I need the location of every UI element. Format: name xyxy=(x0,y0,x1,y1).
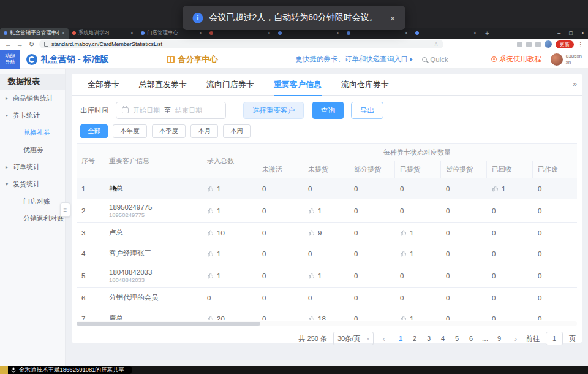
logo-icon xyxy=(26,54,37,65)
sidebar-item[interactable]: 优惠券 xyxy=(0,141,65,158)
page-button[interactable]: 1 xyxy=(394,332,407,345)
sidebar-item[interactable]: ▸商品销售统计 xyxy=(0,90,65,107)
cell-customer: 客户经理张三 xyxy=(104,249,202,258)
tab-close-icon[interactable]: × xyxy=(405,30,408,36)
count-value: 1 xyxy=(410,315,413,321)
page-button[interactable]: 2 xyxy=(409,332,421,345)
cell-count: 0 xyxy=(349,207,395,215)
table-row[interactable]: 1韩总10000010 xyxy=(77,178,577,199)
minimize-button[interactable]: – xyxy=(557,30,560,36)
goto-page-input[interactable] xyxy=(546,332,563,345)
count-value: 0 xyxy=(538,315,541,321)
forward-icon[interactable]: → xyxy=(16,40,24,48)
filter-row: 出库时间 开始日期 至 结束日期 选择重要客户 查询 导出 xyxy=(72,96,582,123)
quick-filter-chip[interactable]: 本周 xyxy=(223,124,251,138)
quick-filter-chip[interactable]: 本季度 xyxy=(152,124,186,138)
content-tab[interactable]: 全部券卡 xyxy=(78,74,129,96)
export-button[interactable]: 导出 xyxy=(351,102,383,119)
date-range-picker[interactable]: 开始日期 至 结束日期 xyxy=(116,102,226,119)
quick-entry-link[interactable]: 更快捷的券卡、订单和快递查询入口 xyxy=(295,55,413,64)
table-row[interactable]: 2189502497751895024977510100000 xyxy=(77,199,577,223)
page-button[interactable]: 3 xyxy=(423,332,435,345)
calendar-icon xyxy=(122,107,129,113)
cell-count: 1 xyxy=(202,185,257,193)
browser-update-button[interactable]: 更新 xyxy=(556,40,574,48)
page-button[interactable]: 5 xyxy=(451,332,463,345)
scrollbar-thumb[interactable] xyxy=(77,322,260,326)
count-value: 0 xyxy=(262,250,266,258)
select-customer-button[interactable]: 选择重要客户 xyxy=(243,102,304,119)
page-size-select[interactable]: 30条/页 ▾ xyxy=(333,332,374,345)
maximize-button[interactable]: □ xyxy=(569,30,572,36)
page-button[interactable]: … xyxy=(479,332,491,345)
cell-count: 1 xyxy=(202,272,257,280)
page-button[interactable]: 9 xyxy=(493,332,505,345)
tab-close-icon[interactable]: × xyxy=(199,30,202,36)
sidebar-item[interactable]: 分销返利对账 xyxy=(0,210,65,227)
cell-count: 0 xyxy=(533,315,577,321)
content-tab[interactable]: 流向门店券卡 xyxy=(197,74,264,96)
table-header: 序号 重要客户信息 录入总数 每种券卡状态对应数量 未激活未提货部分提货已提货暂… xyxy=(77,143,577,178)
quick-search[interactable]: Quick xyxy=(422,56,448,63)
tab-close-icon[interactable]: × xyxy=(473,30,477,36)
collapse-panel-icon[interactable]: » xyxy=(573,79,577,88)
extension-icon[interactable] xyxy=(517,42,522,47)
query-button[interactable]: 查询 xyxy=(312,102,344,119)
next-page-icon[interactable]: › xyxy=(511,334,520,343)
date-filter-label: 出库时间 xyxy=(80,106,108,115)
card-count-icon xyxy=(308,272,315,280)
table-row[interactable]: 7唐总2001801000 xyxy=(77,308,577,320)
tab-close-icon[interactable]: × xyxy=(62,30,65,36)
table-row[interactable]: 4客户经理张三10001000 xyxy=(77,243,577,264)
quick-filter-chip[interactable]: 本年度 xyxy=(113,124,147,138)
browser-profile-avatar[interactable] xyxy=(545,40,552,48)
toast-close-icon[interactable]: × xyxy=(390,13,396,23)
caret-icon: ▾ xyxy=(6,181,10,187)
table-row[interactable]: 5180488420331804884203310100000 xyxy=(77,264,577,288)
sidebar-collapse-handle[interactable]: ≡ xyxy=(60,202,70,217)
user-chip[interactable]: 8385xh xh xyxy=(551,53,582,66)
content-tab[interactable]: 流向仓库券卡 xyxy=(331,74,399,96)
sidebar-item[interactable]: ▸订单统计 xyxy=(0,158,65,175)
function-nav-button[interactable]: 功能 导航 xyxy=(0,50,20,69)
count-value: 0 xyxy=(446,229,450,237)
cell-count: 0 xyxy=(349,229,395,237)
content-tab[interactable]: 总部直发券卡 xyxy=(129,74,197,96)
back-icon[interactable]: ← xyxy=(4,40,12,48)
browser-menu-icon[interactable]: ⋮ xyxy=(578,41,584,48)
browser-tab[interactable]: × xyxy=(412,28,480,39)
url-bar[interactable]: standard.maboy.cn/CardMemberStatisticsLi… xyxy=(39,40,443,48)
tab-close-icon[interactable]: × xyxy=(268,30,271,36)
browser-tab[interactable]: 系统培训学习× xyxy=(69,28,137,39)
table-row[interactable]: 3卢总100901000 xyxy=(77,223,577,243)
search-icon xyxy=(422,57,427,62)
prev-page-icon[interactable]: ‹ xyxy=(380,334,388,343)
extension-icon[interactable] xyxy=(535,42,541,47)
page-button[interactable]: 4 xyxy=(437,332,449,345)
table-body: 1韩总1000001021895024977518950249775101000… xyxy=(77,178,577,320)
table-row[interactable]: 6分销代理的会员00000000 xyxy=(77,288,577,308)
cell-count: 0 xyxy=(441,294,487,302)
cell-count: 0 xyxy=(303,294,349,302)
customer-phone: 18048842033 xyxy=(109,277,145,283)
tab-close-icon[interactable]: × xyxy=(336,30,339,36)
bookmark-icon[interactable]: ☆ xyxy=(434,41,439,47)
quick-filter-chip[interactable]: 全部 xyxy=(80,124,108,138)
close-button[interactable]: × xyxy=(581,30,584,36)
sidebar-item[interactable]: ▾发货统计 xyxy=(0,175,65,193)
sidebar-item[interactable]: 门店对账 xyxy=(0,193,65,210)
refresh-icon[interactable]: ↻ xyxy=(28,40,36,48)
tab-close-icon[interactable]: × xyxy=(130,30,134,36)
share-center-link[interactable]: 合分享中心 xyxy=(167,54,217,65)
sidebar-item[interactable]: ▾券卡统计 xyxy=(0,107,65,124)
browser-tab[interactable]: 礼盒营销平台管理中心× xyxy=(0,28,69,39)
extension-icon[interactable] xyxy=(526,42,532,47)
count-value: 0 xyxy=(446,185,450,193)
quick-filter-chip[interactable]: 本月 xyxy=(190,124,218,138)
sidebar-item[interactable]: 兑换礼券 xyxy=(0,124,65,141)
new-tab-button[interactable]: + xyxy=(480,28,494,39)
page-button[interactable]: 6 xyxy=(465,332,477,345)
tutorial-link[interactable]: 系统使用教程 xyxy=(491,55,541,64)
content-tab[interactable]: 重要客户信息 xyxy=(264,74,331,96)
horizontal-scrollbar[interactable] xyxy=(77,321,577,326)
